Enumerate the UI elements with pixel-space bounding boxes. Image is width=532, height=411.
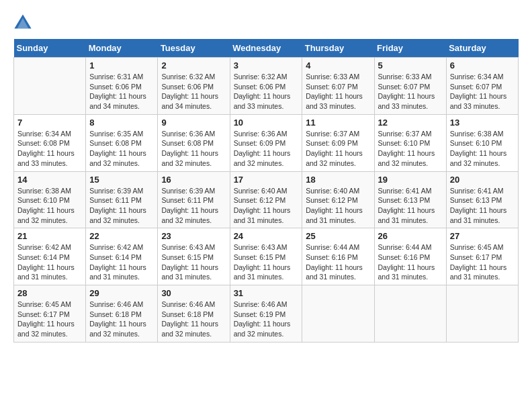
- calendar-cell: 31Sunrise: 6:46 AMSunset: 6:19 PMDayligh…: [230, 285, 302, 342]
- day-info-line: Sunrise: 6:42 AM: [17, 242, 82, 253]
- calendar-cell: 2Sunrise: 6:32 AMSunset: 6:06 PMDaylight…: [158, 58, 230, 115]
- day-info-line: Sunset: 6:08 PM: [161, 138, 226, 148]
- day-info-line: Sunrise: 6:46 AM: [161, 300, 226, 310]
- calendar-cell: 8Sunrise: 6:35 AMSunset: 6:08 PMDaylight…: [86, 114, 158, 171]
- day-info-line: Sunrise: 6:45 AM: [450, 242, 515, 253]
- day-number: 11: [306, 118, 370, 128]
- day-info-line: Sunrise: 6:45 AM: [17, 300, 82, 310]
- day-number: 20: [450, 175, 515, 185]
- day-info-line: Sunset: 6:07 PM: [378, 82, 443, 92]
- day-info-line: Daylight: 11 hours and 31 minutes.: [306, 263, 370, 282]
- day-info-line: Daylight: 11 hours and 32 minutes.: [450, 148, 515, 168]
- day-info-line: Sunset: 6:17 PM: [17, 310, 82, 320]
- calendar-cell: 28Sunrise: 6:45 AMSunset: 6:17 PMDayligh…: [14, 285, 86, 342]
- day-info-line: Daylight: 11 hours and 32 minutes.: [161, 148, 226, 168]
- day-number: 5: [378, 60, 443, 71]
- day-info-line: Sunrise: 6:39 AM: [161, 186, 226, 196]
- day-info-line: Sunrise: 6:44 AM: [378, 242, 443, 253]
- day-info-line: Daylight: 11 hours and 33 minutes.: [306, 91, 370, 111]
- day-info-line: Sunrise: 6:37 AM: [378, 129, 443, 139]
- day-number: 30: [161, 288, 226, 298]
- calendar-header-row: SundayMondayTuesdayWednesdayThursdayFrid…: [14, 39, 519, 58]
- day-number: 8: [89, 118, 154, 128]
- day-info-line: Sunrise: 6:37 AM: [306, 129, 370, 139]
- day-info-line: Sunrise: 6:33 AM: [306, 72, 370, 82]
- day-info-line: Sunrise: 6:40 AM: [306, 186, 370, 196]
- day-number: 12: [378, 118, 443, 128]
- day-number: 9: [161, 118, 226, 128]
- calendar-cell: 12Sunrise: 6:37 AMSunset: 6:10 PMDayligh…: [374, 114, 446, 171]
- day-info-line: Sunrise: 6:32 AM: [234, 72, 299, 82]
- day-info-line: Sunset: 6:10 PM: [450, 138, 515, 148]
- day-info-line: Sunset: 6:09 PM: [234, 138, 299, 148]
- header-sunday: Sunday: [14, 39, 86, 58]
- day-number: 26: [378, 231, 443, 241]
- day-info-line: Daylight: 11 hours and 31 minutes.: [450, 263, 515, 282]
- header-thursday: Thursday: [302, 39, 374, 58]
- day-info-line: Sunset: 6:11 PM: [161, 195, 226, 205]
- day-info-line: Sunrise: 6:32 AM: [161, 72, 226, 82]
- day-number: 14: [17, 175, 82, 185]
- day-info-line: Sunset: 6:10 PM: [17, 195, 82, 205]
- day-info-line: Sunrise: 6:38 AM: [17, 186, 82, 196]
- day-number: 22: [89, 231, 154, 241]
- day-info-line: Sunrise: 6:39 AM: [89, 186, 154, 196]
- day-info-line: Daylight: 11 hours and 32 minutes.: [378, 148, 443, 168]
- day-info-line: Sunrise: 6:38 AM: [450, 129, 515, 139]
- calendar-cell: 9Sunrise: 6:36 AMSunset: 6:08 PMDaylight…: [158, 114, 230, 171]
- day-number: 27: [450, 231, 515, 241]
- day-info-line: Daylight: 11 hours and 31 minutes.: [161, 263, 226, 282]
- calendar-cell: 14Sunrise: 6:38 AMSunset: 6:10 PMDayligh…: [14, 171, 86, 228]
- day-info-line: Sunset: 6:16 PM: [378, 253, 443, 263]
- calendar-cell: 10Sunrise: 6:36 AMSunset: 6:09 PMDayligh…: [230, 114, 302, 171]
- day-info-line: Daylight: 11 hours and 32 minutes.: [161, 319, 226, 338]
- day-number: 28: [17, 288, 82, 298]
- header-wednesday: Wednesday: [230, 39, 302, 58]
- day-number: 15: [89, 175, 154, 185]
- day-info-line: Daylight: 11 hours and 31 minutes.: [306, 205, 370, 225]
- day-info-line: Sunset: 6:18 PM: [89, 310, 154, 320]
- day-info-line: Daylight: 11 hours and 31 minutes.: [450, 205, 515, 225]
- day-number: 3: [234, 60, 299, 71]
- day-info-line: Sunset: 6:13 PM: [450, 195, 515, 205]
- logo: [13, 13, 35, 32]
- header-tuesday: Tuesday: [158, 39, 230, 58]
- day-info-line: Sunset: 6:13 PM: [378, 195, 443, 205]
- day-info-line: Sunrise: 6:33 AM: [378, 72, 443, 82]
- calendar-cell: 25Sunrise: 6:44 AMSunset: 6:16 PMDayligh…: [302, 228, 374, 285]
- day-info-line: Daylight: 11 hours and 32 minutes.: [89, 319, 154, 338]
- day-info-line: Sunrise: 6:46 AM: [234, 300, 299, 310]
- day-info-line: Sunset: 6:18 PM: [161, 310, 226, 320]
- day-info-line: Sunrise: 6:46 AM: [89, 300, 154, 310]
- day-number: 2: [161, 60, 226, 71]
- day-info-line: Sunrise: 6:34 AM: [450, 72, 515, 82]
- day-info-line: Sunset: 6:09 PM: [306, 138, 370, 148]
- calendar-cell: 15Sunrise: 6:39 AMSunset: 6:11 PMDayligh…: [86, 171, 158, 228]
- day-info-line: Sunrise: 6:35 AM: [89, 129, 154, 139]
- calendar-cell: [302, 285, 374, 342]
- calendar-cell: 26Sunrise: 6:44 AMSunset: 6:16 PMDayligh…: [374, 228, 446, 285]
- calendar-cell: [374, 285, 446, 342]
- day-info-line: Sunset: 6:14 PM: [89, 253, 154, 263]
- day-number: 4: [306, 60, 370, 71]
- calendar-cell: [14, 58, 86, 115]
- day-number: 17: [234, 175, 299, 185]
- day-info-line: Daylight: 11 hours and 33 minutes.: [378, 91, 443, 111]
- day-info-line: Daylight: 11 hours and 31 minutes.: [89, 263, 154, 282]
- day-number: 1: [89, 60, 154, 71]
- day-info-line: Sunrise: 6:43 AM: [161, 242, 226, 253]
- calendar-cell: 13Sunrise: 6:38 AMSunset: 6:10 PMDayligh…: [446, 114, 518, 171]
- calendar-table: SundayMondayTuesdayWednesdayThursdayFrid…: [13, 39, 519, 342]
- day-info-line: Sunrise: 6:36 AM: [161, 129, 226, 139]
- calendar-week-row: 21Sunrise: 6:42 AMSunset: 6:14 PMDayligh…: [14, 228, 519, 285]
- day-info-line: Daylight: 11 hours and 32 minutes.: [17, 205, 82, 225]
- day-info-line: Sunset: 6:08 PM: [17, 138, 82, 148]
- day-info-line: Sunrise: 6:42 AM: [89, 242, 154, 253]
- day-info-line: Sunrise: 6:41 AM: [450, 186, 515, 196]
- day-info-line: Daylight: 11 hours and 34 minutes.: [161, 91, 226, 111]
- calendar-week-row: 7Sunrise: 6:34 AMSunset: 6:08 PMDaylight…: [14, 114, 519, 171]
- logo-icon: [13, 13, 32, 32]
- day-number: 6: [450, 60, 515, 71]
- day-number: 10: [234, 118, 299, 128]
- calendar-cell: 6Sunrise: 6:34 AMSunset: 6:07 PMDaylight…: [446, 58, 518, 115]
